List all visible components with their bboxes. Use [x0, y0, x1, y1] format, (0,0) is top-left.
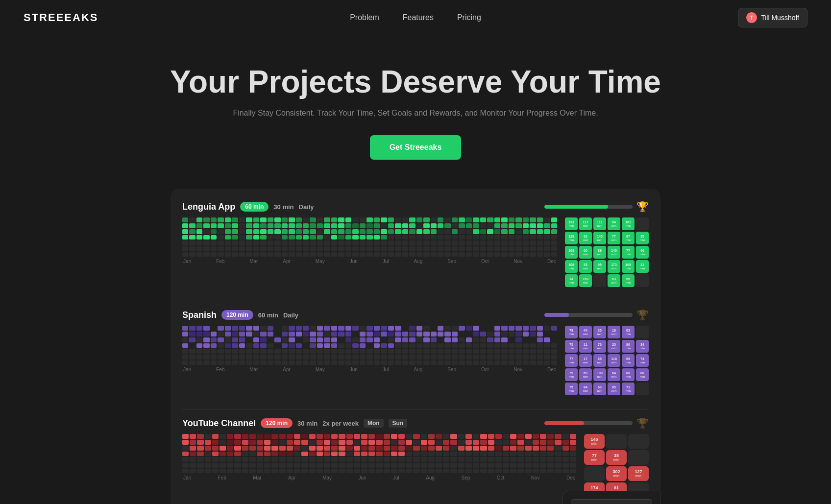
heatmap-cell	[466, 240, 472, 245]
heatmap-cell	[438, 235, 443, 240]
heatmap-cell	[218, 332, 223, 336]
heatmap-cell	[242, 440, 248, 445]
heatmap-cell	[540, 434, 546, 439]
heatmap-grid-area-youtube: Jan Feb Mar Apr May Jun Jul Aug Sep Oct …	[182, 434, 576, 504]
heatmap-cell	[352, 252, 358, 257]
heatmap-cell	[466, 355, 472, 360]
heatmap-grid-lenguia	[182, 217, 557, 257]
heatmap-cell	[530, 252, 536, 257]
heatmap-cell	[459, 343, 464, 348]
heatmap-cell	[339, 440, 345, 445]
heatmap-cell	[423, 349, 429, 354]
heatmap-cell	[360, 355, 366, 360]
heatmap-cell	[274, 349, 280, 354]
nav-features[interactable]: Features	[403, 13, 434, 22]
heatmap-cell	[551, 332, 557, 336]
heatmap-cell	[480, 446, 487, 451]
heatmap-cell	[296, 343, 302, 348]
heatmap-cell	[570, 434, 576, 439]
heatmap-cell	[480, 452, 487, 456]
project-select[interactable]: Project	[571, 499, 652, 504]
heatmap-cell	[413, 469, 419, 474]
heatmap-cell	[544, 217, 550, 222]
heatmap-cell	[279, 457, 286, 462]
heatmap-cell	[533, 434, 539, 439]
heatmap-cell	[395, 229, 401, 234]
heatmap-cell	[395, 332, 401, 336]
heatmap-cell	[246, 360, 252, 365]
heatmap-cell	[260, 337, 266, 342]
weekly-cell: 74min	[636, 354, 649, 367]
progress-bg-spanish	[544, 313, 633, 317]
heatmap-cell	[268, 326, 273, 331]
heatmap-cell	[271, 452, 278, 456]
heatmap-cell	[345, 240, 351, 245]
heatmap-cell	[428, 452, 435, 456]
heatmap-cell	[361, 463, 367, 468]
heatmap-cell	[257, 463, 263, 468]
heatmap-cell	[501, 223, 507, 228]
heatmap-cell	[310, 240, 316, 245]
hero-subtitle: Finally Stay Consistent. Track Your Time…	[10, 109, 821, 118]
heatmap-cell	[182, 246, 188, 251]
heatmap-cell	[246, 240, 252, 245]
heatmap-cell	[296, 217, 302, 222]
heatmap-cell	[227, 452, 233, 456]
heatmap-cell	[444, 326, 450, 331]
heatmap-cell	[309, 440, 316, 445]
heatmap-cell	[257, 446, 263, 451]
heatmap-cell	[227, 463, 233, 468]
heatmap-cell	[338, 343, 344, 348]
heatmap-cell	[268, 223, 273, 228]
heatmap-cell	[268, 246, 273, 251]
heatmap-cell	[443, 463, 449, 468]
heatmap-cell	[480, 223, 486, 228]
heatmap-cell	[239, 217, 245, 222]
heatmap-cell	[289, 252, 294, 257]
heatmap-cell	[544, 229, 550, 234]
heatmap-cell	[339, 469, 345, 474]
heatmap-cell	[487, 332, 493, 336]
month-aug-lenguia: Aug	[414, 259, 422, 264]
heatmap-cell	[480, 246, 486, 251]
heatmap-cell	[294, 446, 300, 451]
progress-bg-lenguia	[544, 205, 633, 209]
heatmap-cell	[406, 457, 412, 462]
weekly-cell: 63min	[608, 274, 620, 287]
weekly-cell: 76min	[593, 340, 606, 353]
user-menu-button[interactable]: T Till Musshoff	[738, 8, 807, 27]
heatmap-cell	[182, 469, 189, 474]
heatmap-cell	[391, 463, 397, 468]
heatmap-cell	[501, 246, 507, 251]
heatmap-cell	[452, 360, 458, 365]
heatmap-cell	[544, 326, 550, 331]
heatmap-cell	[501, 349, 507, 354]
nav-problem[interactable]: Problem	[350, 13, 379, 22]
weekly-cell: 89min	[593, 246, 606, 259]
cta-button[interactable]: Get Streeeaks	[370, 135, 462, 160]
weekly-cell: 117min	[579, 217, 592, 230]
heatmap-cell	[391, 457, 397, 462]
heatmap-cell	[367, 235, 372, 240]
heatmap-cell	[395, 349, 401, 354]
weekly-cell: 71min	[622, 383, 635, 395]
heatmap-cell	[303, 240, 309, 245]
heatmap-cell	[523, 360, 529, 365]
heatmap-cell	[547, 452, 554, 456]
heatmap-cell	[205, 463, 211, 468]
progress-fill-lenguia	[544, 205, 608, 209]
heatmap-cell	[501, 240, 507, 245]
heatmap-cell	[398, 463, 405, 468]
weekly-cell	[636, 217, 649, 230]
heatmap-cell	[203, 223, 209, 228]
heatmap-cell	[264, 469, 270, 474]
heatmap-cell	[537, 355, 543, 360]
heatmap-cell	[376, 463, 382, 468]
heatmap-cell	[533, 440, 539, 445]
weekly-cell: 146min	[584, 434, 605, 449]
heatmap-cell	[510, 446, 516, 451]
heatmap-cell	[540, 446, 546, 451]
nav-pricing[interactable]: Pricing	[457, 13, 481, 22]
heatmap-cell	[225, 360, 231, 365]
heatmap-cell	[570, 440, 576, 445]
